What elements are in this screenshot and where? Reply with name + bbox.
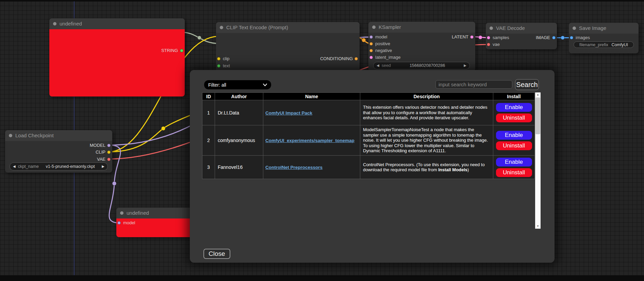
cell-author: comfyanonymous bbox=[215, 125, 263, 156]
reroute-dot-image bbox=[561, 36, 565, 40]
output-label-conditioning: CONDITIONING bbox=[320, 56, 353, 61]
enable-button[interactable]: Enable bbox=[496, 158, 532, 166]
output-dot-string[interactable] bbox=[180, 49, 183, 52]
output-dot-latent[interactable] bbox=[470, 35, 474, 39]
node-status-dot bbox=[490, 27, 493, 30]
input-dot-model[interactable] bbox=[369, 35, 373, 39]
scroll-up-icon[interactable]: ▲ bbox=[535, 92, 541, 97]
comfyui-screen: undefined STRING CLIP Text Encode (Promp… bbox=[0, 0, 644, 281]
node-title: Load Checkpoint bbox=[15, 133, 54, 138]
node-header[interactable]: Save Image bbox=[569, 23, 639, 34]
node-error-body bbox=[49, 29, 185, 96]
filter-select[interactable]: Filter: all bbox=[204, 80, 271, 89]
node-save-image[interactable]: Save Image images filename_prefix ComfyU… bbox=[569, 23, 639, 53]
chevron-down-icon bbox=[263, 84, 267, 86]
cell-description: This extension offers various detector n… bbox=[360, 100, 493, 125]
arrow-right-icon[interactable]: ▶ bbox=[102, 165, 104, 168]
node-title: Save Image bbox=[579, 25, 606, 31]
node-undefined-bottom[interactable]: undefined model bbox=[116, 208, 198, 237]
input-dot-text[interactable] bbox=[217, 64, 220, 68]
node-status-dot bbox=[372, 25, 376, 29]
ckpt-name-widget[interactable]: ◀ ckpt_name v1-5-pruned-emaonly.ckpt ▶ bbox=[10, 162, 108, 171]
enable-button[interactable]: Enable bbox=[496, 103, 532, 112]
search-input[interactable] bbox=[435, 80, 512, 89]
input-dot-vae[interactable] bbox=[487, 43, 490, 46]
input-label-text: text bbox=[223, 63, 230, 68]
output-dot-conditioning[interactable] bbox=[354, 57, 358, 60]
node-status-dot bbox=[120, 211, 123, 215]
output-label-string: STRING bbox=[161, 48, 178, 53]
node-header[interactable]: Load Checkpoint bbox=[5, 130, 112, 141]
output-label-image: IMAGE bbox=[536, 35, 550, 40]
input-label-model: model bbox=[375, 34, 387, 39]
output-label-model: MODEL bbox=[90, 143, 105, 148]
extension-link[interactable]: ComfyUI Impact Pack bbox=[265, 110, 312, 116]
input-label-images: images bbox=[576, 35, 590, 40]
filename-prefix-value: ComfyUI bbox=[611, 42, 628, 47]
arrow-right-icon[interactable]: ▶ bbox=[464, 64, 466, 67]
cell-install: Enable Uninstall bbox=[493, 100, 535, 125]
table-scrollbar[interactable]: ▲ ▼ bbox=[535, 92, 541, 229]
extension-link[interactable]: ComfyUI_experiments/sampler_tonemap bbox=[265, 138, 354, 143]
output-dot-clip[interactable] bbox=[107, 151, 111, 154]
reroute-dot-latent bbox=[479, 36, 482, 39]
node-vae-decode[interactable]: VAE Decode samples vae IMAGE bbox=[486, 23, 557, 49]
input-dot-positive[interactable] bbox=[369, 42, 373, 46]
uninstall-button[interactable]: Uninstall bbox=[496, 141, 532, 150]
node-header[interactable]: CLIP Text Encode (Prompt) bbox=[216, 22, 360, 33]
bold-install-models: Install Models bbox=[438, 167, 467, 172]
table-row: 1 Dr.Lt.Data ComfyUI Impact Pack This ex… bbox=[202, 100, 535, 125]
cell-id: 2 bbox=[202, 125, 215, 156]
scroll-down-icon[interactable]: ▼ bbox=[535, 224, 541, 229]
node-header[interactable]: VAE Decode bbox=[486, 23, 557, 34]
input-dot-clip[interactable] bbox=[217, 57, 220, 60]
node-header[interactable]: undefined bbox=[116, 208, 198, 218]
reroute-dot-model bbox=[112, 181, 116, 186]
output-dot-model[interactable] bbox=[107, 144, 111, 147]
input-label-samples: samples bbox=[493, 35, 509, 40]
output-label-clip: CLIP bbox=[96, 150, 105, 155]
node-title: VAE Decode bbox=[496, 25, 525, 31]
node-undefined-top[interactable]: undefined STRING bbox=[49, 18, 185, 96]
column-header-author: Author bbox=[215, 93, 263, 100]
filename-prefix-widget[interactable]: filename_prefix ComfyUI bbox=[574, 41, 634, 48]
filter-select-value: Filter: all bbox=[208, 82, 226, 88]
scrollbar-thumb[interactable] bbox=[535, 98, 540, 134]
node-status-dot bbox=[573, 27, 576, 30]
close-button[interactable]: Close bbox=[203, 249, 230, 259]
node-title: undefined bbox=[127, 210, 149, 216]
cell-id: 3 bbox=[202, 156, 215, 179]
cell-install: Enable Uninstall bbox=[493, 125, 535, 156]
cell-id: 1 bbox=[202, 100, 215, 125]
node-load-checkpoint[interactable]: Load Checkpoint MODEL CLIP VAE ◀ ckpt_na… bbox=[5, 130, 112, 173]
output-dot-vae[interactable] bbox=[107, 158, 111, 161]
arrow-left-icon[interactable]: ◀ bbox=[377, 64, 379, 67]
output-dot-image[interactable] bbox=[552, 36, 556, 39]
input-label-model: model bbox=[123, 220, 135, 225]
extension-link[interactable]: ControlNet Preprocessors bbox=[265, 165, 323, 170]
input-dot-latent-image[interactable] bbox=[369, 56, 373, 59]
column-header-name: Name bbox=[263, 93, 360, 100]
node-header[interactable]: undefined bbox=[49, 18, 185, 29]
cell-author: Fannovel16 bbox=[215, 156, 263, 179]
seed-widget[interactable]: ◀ seed 156680208700286 ▶ bbox=[373, 62, 470, 69]
uninstall-button[interactable]: Uninstall bbox=[496, 168, 532, 177]
enable-button[interactable]: Enable bbox=[496, 131, 532, 140]
node-header[interactable]: KSampler bbox=[368, 22, 475, 33]
search-button[interactable]: Search bbox=[515, 79, 539, 90]
uninstall-button[interactable]: Uninstall bbox=[496, 113, 532, 122]
input-label-negative: negative bbox=[375, 48, 392, 53]
input-dot-negative[interactable] bbox=[369, 49, 373, 52]
ckpt-name-value: v1-5-pruned-emaonly.ckpt bbox=[39, 164, 102, 169]
node-status-dot bbox=[53, 22, 56, 25]
input-dot-images[interactable] bbox=[570, 36, 573, 39]
column-header-id: ID bbox=[202, 93, 215, 100]
input-label-vae: vae bbox=[493, 42, 500, 47]
reroute-dot-conditioning bbox=[362, 38, 366, 42]
input-dot-samples[interactable] bbox=[487, 36, 490, 39]
node-clip-text-encode[interactable]: CLIP Text Encode (Prompt) clip text COND… bbox=[216, 22, 360, 73]
input-dot-model[interactable] bbox=[117, 221, 121, 225]
table-row: 2 comfyanonymous ComfyUI_experiments/sam… bbox=[202, 125, 535, 156]
arrow-left-icon[interactable]: ◀ bbox=[13, 165, 16, 168]
node-ksampler[interactable]: KSampler model positive negative latent_… bbox=[368, 22, 475, 71]
